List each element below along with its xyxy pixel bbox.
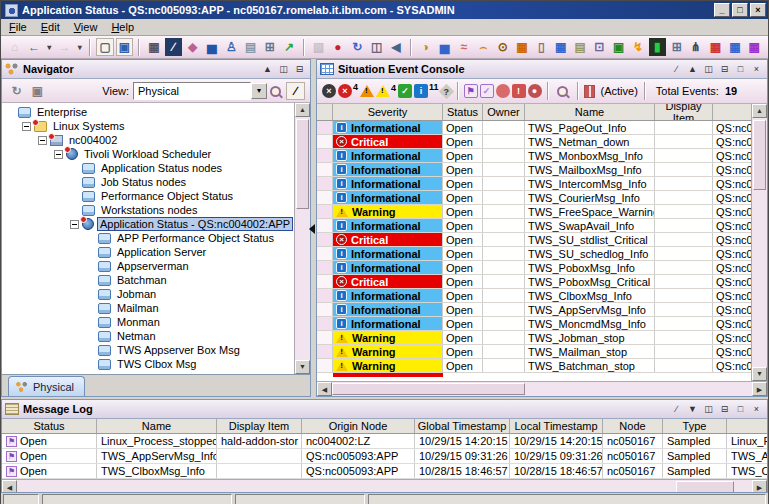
tree-item[interactable]: nc004002 (2, 133, 294, 147)
row-selector-cell[interactable] (317, 219, 333, 232)
row-selector-cell[interactable] (317, 359, 333, 372)
scrollbar-thumb[interactable] (296, 119, 309, 209)
tree-item[interactable]: Enterprise (2, 105, 294, 119)
scroll-up-icon[interactable]: ▲ (295, 103, 310, 117)
column-header-local-timestamp[interactable]: Local Timestamp (510, 419, 603, 433)
event-row[interactable]: iInformationalOpenTWS_IntercomMsg_InfoQS… (317, 177, 751, 191)
maximize-button[interactable]: □ (732, 3, 748, 17)
tree-expander-icon[interactable] (70, 220, 79, 229)
event-row[interactable]: !WarningOpenTWS_Batchman_stopQS:nc005093… (317, 359, 751, 373)
expire-icon[interactable]: ! (512, 84, 526, 98)
tree-expander-icon[interactable] (22, 122, 31, 131)
navigator-vertical-scrollbar[interactable]: ▲ ▼ (294, 103, 310, 374)
stack-icon[interactable]: ▼ (685, 402, 700, 416)
scrollbar-thumb[interactable] (676, 481, 734, 493)
workflow-icon[interactable]: ◆ (184, 38, 201, 56)
terminal-icon[interactable]: ▮ (649, 38, 666, 56)
scroll-left-icon[interactable]: ◀ (317, 382, 332, 396)
collapse-icon[interactable]: ▲ (685, 62, 700, 76)
tree-expander-icon[interactable] (38, 136, 47, 145)
row-selector-cell[interactable] (317, 247, 333, 260)
row-selector-cell[interactable] (317, 331, 333, 344)
critical-filter-icon[interactable]: ×4 (338, 84, 358, 98)
event-row[interactable]: iInformationalOpenTWS_ClboxMsg_InfoQS:nc… (317, 289, 751, 303)
back-icon[interactable]: ← (25, 38, 42, 56)
navigator-edit-icon[interactable]: ∕ (286, 82, 305, 100)
row-selector-cell[interactable] (317, 345, 333, 358)
new-workspace-icon[interactable]: ▢ (96, 38, 113, 56)
splitter-collapse-icon[interactable] (309, 224, 315, 234)
event-row[interactable]: !WarningOpenTWS_Jobman_stopQS:nc005093:A… (317, 331, 751, 345)
split-icon[interactable]: ◫ (276, 62, 291, 76)
minor-warning-filter-icon[interactable]: ! (360, 85, 374, 97)
panel-splitter[interactable] (311, 59, 316, 397)
row-selector-cell[interactable] (317, 261, 333, 274)
scroll-up-icon[interactable]: ▲ (752, 104, 767, 118)
tree-item[interactable]: APP Performance Object Status (2, 231, 294, 245)
find-icon[interactable] (554, 84, 572, 98)
view-select[interactable]: Physical (133, 82, 251, 100)
close-button[interactable]: × (750, 3, 766, 17)
column-header-type[interactable]: Type (663, 419, 727, 433)
scroll-down-icon[interactable]: ▼ (752, 367, 767, 381)
tree-item[interactable]: Appserverman (2, 259, 294, 273)
scrollbar-thumb[interactable] (332, 383, 525, 395)
minimize-icon[interactable]: ⊟ (717, 402, 732, 416)
plot-chart-icon[interactable]: ≈ (455, 38, 472, 56)
close-situation-icon[interactable] (496, 84, 510, 98)
menu-edit[interactable]: Edit (41, 21, 60, 33)
menu-view[interactable]: View (74, 21, 98, 33)
pie-chart-icon[interactable]: ◑ (417, 38, 434, 56)
menu-file[interactable]: File (9, 21, 27, 33)
column-header-severity[interactable]: Severity (333, 104, 443, 120)
event-row[interactable]: !WarningOpenTWS_FreeSpace_WarningQS:nc00… (317, 205, 751, 219)
bar-view-icon[interactable]: ▅ (203, 38, 220, 56)
cube-icon[interactable]: ⊞ (261, 38, 278, 56)
clipboard-icon[interactable]: ▯ (533, 38, 550, 56)
refresh-icon[interactable]: ↻ (349, 38, 366, 56)
event-row[interactable]: iInformationalOpenTWS_PoboxMsg_InfoQS:nc… (317, 261, 751, 275)
row-selector-cell[interactable] (317, 177, 333, 190)
event-row[interactable]: iInformationalOpenTWS_AppServMsg_InfoQS:… (317, 303, 751, 317)
column-header-origin-node[interactable]: Origin Node (302, 419, 415, 433)
event-vertical-scrollbar[interactable]: ▲ ▼ (751, 104, 767, 381)
grid-f-icon[interactable]: ▦ (745, 38, 762, 56)
message-log-row[interactable]: ⚑OpenTWS_AppServMsg_InfoQS:nc005093:APP1… (2, 449, 767, 464)
minimize-icon[interactable]: ⊟ (717, 62, 732, 76)
edit-icon[interactable]: ∕ (669, 62, 684, 76)
split-view-icon[interactable]: ◫ (368, 38, 385, 56)
event-row[interactable]: iInformationalOpenTWS_SwapAvail_InfoQS:n… (317, 219, 751, 233)
event-row[interactable]: ×CriticalOpenTWS_Netman_downQS:nc005093:… (317, 135, 751, 149)
column-header-owner[interactable]: Owner (483, 104, 525, 120)
take-ownership-icon[interactable]: ⚑ (464, 84, 478, 98)
maximize-icon[interactable]: □ (733, 62, 748, 76)
tree-item[interactable]: Monman (2, 315, 294, 329)
column-header-name[interactable]: Name (525, 104, 655, 120)
grid-add-icon[interactable]: ▦ (726, 38, 743, 56)
tree-item[interactable]: Jobman (2, 287, 294, 301)
notes-icon[interactable]: ▤ (242, 38, 259, 56)
informational-filter-icon[interactable]: i11 (414, 84, 439, 98)
browser-icon[interactable]: ⊞ (668, 38, 685, 56)
event-horizontal-scrollbar[interactable]: ◀ ▶ (317, 381, 767, 396)
column-header-name[interactable]: Name (97, 419, 217, 433)
tree-item[interactable]: Application Status nodes (2, 161, 294, 175)
event-row[interactable]: iInformationalOpenTWS_PageOut_InfoQS:nc0… (317, 121, 751, 135)
query-icon[interactable]: ▦ (145, 38, 162, 56)
row-selector-cell[interactable] (317, 275, 333, 288)
sitemap-icon[interactable]: ⋔ (687, 38, 704, 56)
edit-icon[interactable]: ∕ (669, 402, 684, 416)
column-header-display-item[interactable]: Display Item (655, 104, 713, 120)
row-selector-cell[interactable] (317, 205, 333, 218)
tree-item[interactable]: Tivoli Workload Scheduler (2, 147, 294, 161)
row-selector-cell[interactable] (317, 163, 333, 176)
row-selector-cell[interactable] (317, 233, 333, 246)
event-row[interactable]: iInformationalOpenTWS_MailboxMsg_InfoQS:… (317, 163, 751, 177)
message-log-row[interactable]: ⚑OpenTWS_ClboxMsg_InfoQS:nc005093:APP10/… (2, 464, 767, 479)
scroll-down-icon[interactable]: ▼ (295, 360, 310, 374)
calendar-chart-icon[interactable]: ▦ (513, 38, 530, 56)
navigator-find-icon[interactable] (270, 86, 282, 98)
speaker-icon[interactable]: ◀ (387, 38, 404, 56)
grid-color-icon[interactable]: ▦ (707, 38, 724, 56)
column-header-display-item[interactable]: Display Item (217, 419, 302, 433)
